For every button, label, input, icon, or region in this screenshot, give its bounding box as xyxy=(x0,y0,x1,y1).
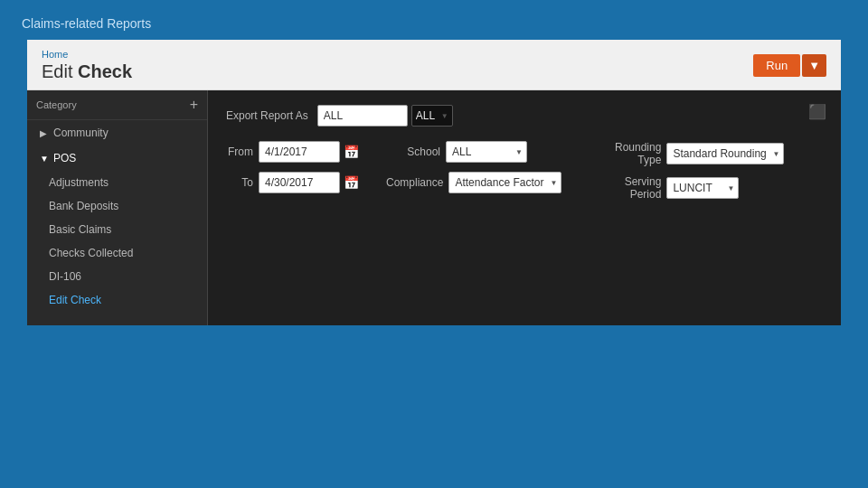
school-select[interactable]: ALL xyxy=(446,141,527,163)
panel-header: Home Edit Check Run ▼ xyxy=(27,40,841,90)
checks-collected-label: Checks Collected xyxy=(49,247,133,259)
pos-arrow-icon: ▼ xyxy=(40,154,49,164)
sidebar-item-pos-label: POS xyxy=(53,152,76,164)
panel-title: Edit Check xyxy=(42,61,132,81)
from-row: From 📅 xyxy=(226,141,359,163)
rounding-type-row: Rounding Type Standard Rounding xyxy=(589,141,784,166)
edit-check-label: Edit Check xyxy=(49,294,101,306)
school-compliance-column: School ALL Compliance Attendance Factor xyxy=(386,141,561,193)
sidebar-item-pos[interactable]: ▼ POS xyxy=(27,145,207,171)
rounding-select[interactable]: Standard Rounding xyxy=(666,143,784,164)
screenshot-icon[interactable]: ⬛ xyxy=(808,103,826,120)
sidebar-sub-di-106[interactable]: DI-106 xyxy=(27,265,207,288)
sidebar: Category + ▶ Community ▼ POS Adjustments… xyxy=(27,90,208,325)
rounding-type-label-line2: Type xyxy=(589,154,661,166)
compliance-select[interactable]: Attendance Factor xyxy=(448,172,561,193)
from-to-column: From 📅 To 📅 xyxy=(226,141,359,193)
rounding-select-wrapper: Standard Rounding xyxy=(666,143,784,164)
panel-title-main: Check xyxy=(78,61,132,81)
basic-claims-label: Basic Claims xyxy=(49,223,111,236)
from-date-input[interactable] xyxy=(259,141,340,163)
serving-period-select[interactable]: LUNCIT xyxy=(666,177,739,199)
serving-period-select-wrapper: LUNCIT xyxy=(666,177,739,199)
sidebar-item-community[interactable]: ▶ Community xyxy=(27,120,207,145)
run-arrow-button[interactable]: ▼ xyxy=(802,54,826,77)
from-calendar-icon[interactable]: 📅 xyxy=(344,145,359,159)
sidebar-sub-checks-collected[interactable]: Checks Collected xyxy=(27,241,207,265)
to-input-group: 📅 xyxy=(259,172,359,193)
bank-deposits-label: Bank Deposits xyxy=(49,200,118,212)
main-panel: Home Edit Check Run ▼ Category + ▶ Commu… xyxy=(27,40,841,325)
export-select[interactable]: ALL xyxy=(411,105,453,127)
add-icon[interactable]: + xyxy=(190,98,198,112)
fields-container: From 📅 To 📅 xyxy=(226,141,823,201)
breadcrumb[interactable]: Home xyxy=(42,49,132,60)
panel-title-prefix: Edit xyxy=(42,61,72,81)
to-label: To xyxy=(226,176,253,189)
serving-period-label: Serving Period xyxy=(589,175,661,201)
to-date-input[interactable] xyxy=(259,172,340,193)
page-title: Claims-related Reports xyxy=(22,16,151,31)
from-label: From xyxy=(226,145,253,158)
sidebar-sub-bank-deposits[interactable]: Bank Deposits xyxy=(27,194,207,218)
sidebar-header: Category + xyxy=(27,90,207,120)
school-row: School ALL xyxy=(386,141,561,163)
community-arrow-icon: ▶ xyxy=(40,128,49,138)
rounding-type-label-line1: Rounding xyxy=(589,141,661,154)
export-input[interactable] xyxy=(317,105,408,127)
sidebar-sub-adjustments[interactable]: Adjustments xyxy=(27,171,207,194)
form-area: ⬛ Export Report As ALL xyxy=(208,90,841,325)
rounding-type-label: Rounding Type xyxy=(589,141,661,166)
compliance-label: Compliance xyxy=(386,176,443,189)
to-calendar-icon[interactable]: 📅 xyxy=(344,175,359,190)
adjustments-label: Adjustments xyxy=(49,176,108,189)
di-106-label: DI-106 xyxy=(49,270,81,283)
content-area: Category + ▶ Community ▼ POS Adjustments… xyxy=(27,90,841,325)
compliance-select-wrapper: Attendance Factor xyxy=(448,172,561,193)
page-header: Claims-related Reports xyxy=(0,0,868,40)
from-input-group: 📅 xyxy=(259,141,359,163)
export-input-wrapper: ALL xyxy=(317,105,453,127)
sidebar-item-community-label: Community xyxy=(53,127,108,139)
export-row: Export Report As ALL xyxy=(226,105,823,127)
school-select-wrapper: ALL xyxy=(446,141,527,163)
category-label: Category xyxy=(36,99,77,110)
sidebar-sub-basic-claims[interactable]: Basic Claims xyxy=(27,218,207,241)
export-report-label: Export Report As xyxy=(226,109,308,122)
rounding-serving-column: Rounding Type Standard Rounding Serving xyxy=(589,141,784,201)
run-button[interactable]: Run xyxy=(753,54,800,77)
to-row: To 📅 xyxy=(226,172,359,193)
serving-period-label-line2: Period xyxy=(589,188,661,201)
serving-period-label-line1: Serving xyxy=(589,175,661,188)
serving-period-row: Serving Period LUNCIT xyxy=(589,175,784,201)
export-dropdown-btn[interactable]: ALL xyxy=(411,105,453,127)
compliance-row: Compliance Attendance Factor xyxy=(386,172,561,193)
run-button-group: Run ▼ xyxy=(753,54,826,77)
sidebar-sub-edit-check[interactable]: Edit Check xyxy=(27,288,207,312)
school-label: School xyxy=(386,145,440,158)
